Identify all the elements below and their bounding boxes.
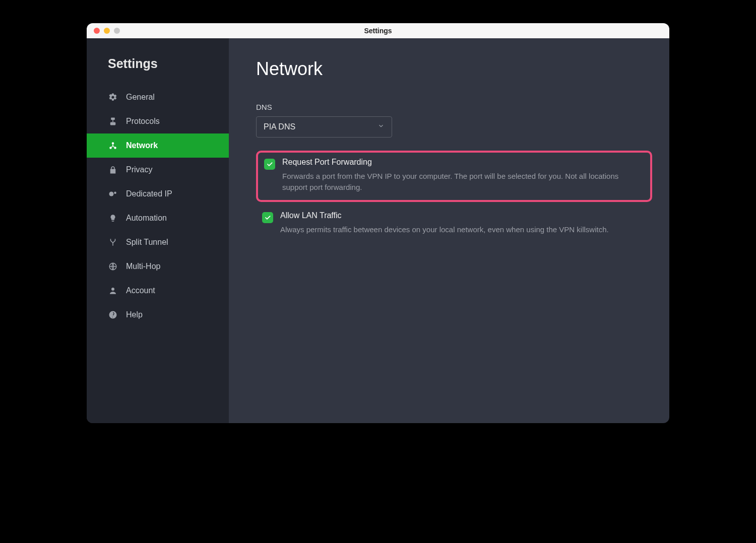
protocols-icon [108,116,118,126]
option-title: Request Port Forwarding [282,158,644,167]
option-text: Request Port Forwarding Forwards a port … [282,158,644,193]
dns-select[interactable]: PIA DNS [256,116,392,138]
dedicated-ip-icon [108,189,118,199]
option-text: Allow LAN Traffic Always permits traffic… [280,211,646,235]
sidebar-item-help[interactable]: Help [87,303,229,327]
option-port-forwarding: Request Port Forwarding Forwards a port … [256,151,652,202]
bulb-icon [108,213,118,223]
split-tunnel-icon [108,237,118,247]
svg-rect-1 [112,120,113,122]
svg-point-9 [111,288,114,291]
sidebar-title: Settings [87,38,229,85]
sidebar-item-account[interactable]: Account [87,279,229,303]
globe-icon [108,261,118,272]
sidebar: Settings General Protocols Network [87,38,229,423]
maximize-window-button[interactable] [114,28,120,34]
sidebar-item-label: General [126,93,155,102]
chevron-down-icon [377,122,385,131]
svg-rect-0 [111,118,115,120]
sidebar-item-dedicated-ip[interactable]: Dedicated IP [87,182,229,206]
content-pane: Network DNS PIA DNS Request Port Forward… [229,38,669,423]
sidebar-item-label: Help [126,310,143,319]
window-body: Settings General Protocols Network [87,38,669,423]
titlebar[interactable]: Settings [87,23,669,38]
sidebar-item-protocols[interactable]: Protocols [87,109,229,133]
sidebar-item-label: Privacy [126,165,152,174]
sidebar-item-general[interactable]: General [87,85,229,109]
option-description: Always permits traffic between devices o… [280,224,646,235]
svg-rect-2 [110,122,116,125]
settings-window: Settings Settings General Protocols [87,23,669,423]
sidebar-item-label: Protocols [126,117,160,126]
svg-point-7 [114,192,116,194]
option-title: Allow LAN Traffic [280,211,646,220]
page-title: Network [256,58,652,80]
sidebar-item-label: Dedicated IP [126,189,172,198]
sidebar-item-label: Automation [126,214,167,223]
port-forwarding-checkbox[interactable] [264,159,275,170]
sidebar-item-network[interactable]: Network [87,133,229,158]
svg-point-6 [109,192,114,196]
lock-icon [108,165,118,175]
svg-point-3 [112,142,114,145]
close-window-button[interactable] [94,28,100,34]
sidebar-item-label: Multi-Hop [126,262,160,271]
dns-select-value: PIA DNS [264,122,295,131]
sidebar-item-label: Network [126,141,158,150]
option-lan-traffic: Allow LAN Traffic Always permits traffic… [256,206,652,242]
sidebar-item-label: Split Tunnel [126,238,168,247]
option-description: Forwards a port from the VPN IP to your … [282,171,644,193]
sidebar-item-automation[interactable]: Automation [87,206,229,230]
window-title: Settings [87,27,669,35]
sidebar-item-label: Account [126,286,155,295]
account-icon [108,286,118,296]
dns-label: DNS [256,103,652,111]
lan-traffic-checkbox[interactable] [262,212,273,223]
sidebar-item-split-tunnel[interactable]: Split Tunnel [87,230,229,254]
gear-icon [108,92,118,102]
sidebar-item-privacy[interactable]: Privacy [87,158,229,182]
help-icon [108,310,118,320]
minimize-window-button[interactable] [104,28,110,34]
sidebar-item-multi-hop[interactable]: Multi-Hop [87,254,229,279]
traffic-lights [87,28,120,34]
network-icon [108,141,118,151]
